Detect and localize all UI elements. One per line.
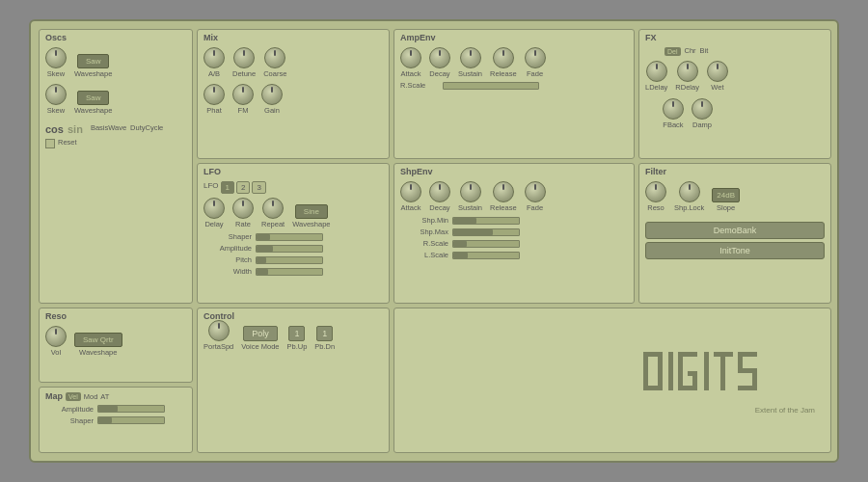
shpenv-shpmin-label: Shp.Min [400,216,448,225]
lfo-tab-3[interactable]: 3 [252,181,265,194]
reset-label: Reset [58,139,77,147]
lfo-repeat-label: Repeat [261,221,285,228]
lfo-waveshape-group: Sine Waveshape [292,204,330,228]
shpenv-title: ShpEnv [400,167,433,176]
ampenv-sustain-label: Sustain [458,70,482,78]
control-pbdn-val[interactable]: 1 [316,326,333,341]
lfo-delay-label: Delay [204,221,223,228]
control-portaspd-knob[interactable] [208,320,230,341]
ampenv-fade-knob[interactable] [525,47,546,68]
demobank-btn[interactable]: DemoBank [645,222,825,239]
shpenv-fade-label: Fade [527,204,543,212]
shpenv-lscale-slider[interactable] [452,252,520,259]
fx-wet-knob[interactable] [707,61,728,82]
osc2-skew-knob[interactable] [45,84,67,105]
shpenv-decay-knob[interactable] [429,181,450,202]
shpenv-rscale-slider[interactable] [452,240,520,248]
ampenv-release-group: Release [490,47,517,78]
shpenv-sustain-knob[interactable] [460,181,481,202]
lfo-title: LFO [203,167,221,176]
osc1-wave-btn[interactable]: Saw [77,54,110,68]
control-portaspd-label: PortaSpd [203,343,233,351]
ampenv-rscale-slider[interactable] [443,82,539,90]
mix-fm-group: FM [232,84,254,115]
fx-rdelay-knob[interactable] [677,61,698,82]
reso-waveshape-label: Waveshape [79,349,117,357]
ampenv-sustain-knob[interactable] [460,47,481,68]
filter-reso-group: Reso [645,181,666,212]
mix-ab-knob[interactable] [203,47,225,68]
lfo-wave-btn[interactable]: Sine [295,204,328,219]
reset-checkbox[interactable] [45,139,55,148]
lfo-rate-group: Rate [232,198,254,228]
ampenv-release-knob[interactable] [493,47,514,68]
ampenv-release-label: Release [490,70,517,78]
mix-fm-knob[interactable] [232,84,254,105]
map-panel: Map Vel Mod AT Amplitude Shaper [39,387,193,453]
filter-panel: Filter Reso Shp.Lock 24dB Slope DemoBank… [638,163,831,305]
filter-reso-knob[interactable] [645,181,666,202]
lfo-pitch-label: Pitch [203,255,252,264]
control-pbdn-group: 1 Pb.Dn [314,326,335,351]
fx-del-badge[interactable]: Del [665,47,681,56]
reso-wave-btn[interactable]: Saw Qrtr [74,333,122,347]
control-voicemode-group: Poly Voice Mode [241,326,279,351]
ampenv-attack-knob[interactable] [400,47,421,68]
lfo-waveshape-label: Waveshape [292,221,330,228]
shpenv-rscale-label: R.Scale [400,239,448,248]
map-shaper-slider[interactable] [97,416,165,424]
fx-title: FX [645,33,657,42]
shpenv-fade-knob[interactable] [525,181,546,202]
shpenv-release-knob[interactable] [493,181,514,202]
lfo-amplitude-slider[interactable] [256,245,323,253]
synth-main: Oscs Skew Saw Waveshape Skew [29,19,839,463]
inittone-btn[interactable]: InitTone [645,242,825,259]
mix-coarse-knob[interactable] [264,47,285,68]
reso-vol-knob[interactable] [45,326,67,347]
mix-detune-knob[interactable] [233,47,255,68]
osc2-waveshape-group: Saw Waveshape [74,91,112,115]
map-vel-badge[interactable]: Vel [66,392,81,401]
shpenv-shpmax-slider[interactable] [452,228,520,236]
lfo-rate-knob[interactable] [232,198,254,219]
mix-fm-label: FM [238,107,249,115]
shpenv-shpmin-slider[interactable] [452,217,520,225]
mix-phat-group: Phat [203,84,225,115]
reso-title: Reso [45,311,67,321]
control-voicemode-label: Voice Mode [241,343,279,351]
map-at-label: AT [100,393,109,401]
lfo-pitch-slider[interactable] [256,256,323,264]
lfo-tab-1[interactable]: 1 [221,181,234,194]
ampenv-fade-group: Fade [525,47,546,78]
ampenv-decay-knob[interactable] [429,47,450,68]
fx-ldelay-knob[interactable] [646,61,667,82]
lfo-tab-2[interactable]: 2 [236,181,250,194]
reso-vol-label: Vol [51,349,61,357]
lfo-delay-knob[interactable] [203,198,225,219]
map-amplitude-slider[interactable] [97,405,165,413]
svg-rect-6 [678,352,697,357]
lfo-width-slider[interactable] [256,268,323,276]
lfo-repeat-knob[interactable] [262,198,284,219]
mix-phat-knob[interactable] [203,84,225,105]
shpenv-attack-knob[interactable] [400,181,421,202]
mix-phat-label: Phat [206,107,221,115]
svg-rect-0 [643,352,648,390]
mix-gain-knob[interactable] [261,84,283,105]
lfo-shaper-slider[interactable] [256,233,323,241]
lfo-tab-label: LFO [203,181,219,194]
sin-btn[interactable]: sin [68,123,83,135]
ampenv-decay-group: Decay [429,47,450,78]
cos-btn[interactable]: cos [45,123,64,135]
fx-damp-knob[interactable] [692,98,713,120]
filter-shplock-knob[interactable] [679,181,700,202]
filter-slope-btn[interactable]: 24dB [712,188,740,202]
control-pbup-val[interactable]: 1 [288,326,305,341]
brand-extent: Extent of the Jam [755,406,815,415]
brand-logo [641,347,815,406]
control-voice-btn[interactable]: Poly [243,326,278,341]
osc1-skew-knob[interactable] [45,47,67,68]
ampenv-decay-label: Decay [429,70,449,78]
osc2-wave-btn[interactable]: Saw [77,91,110,105]
fx-fback-knob[interactable] [663,98,684,120]
